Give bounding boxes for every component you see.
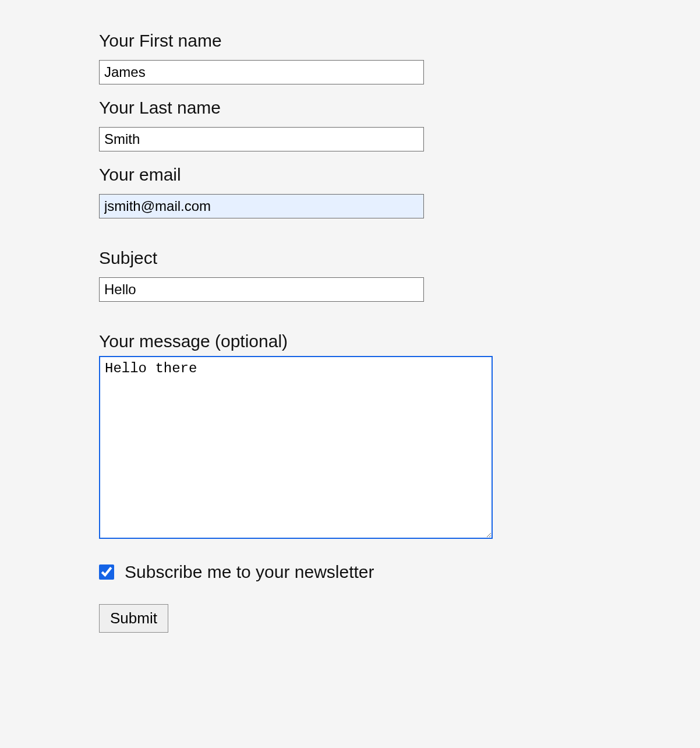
subscribe-checkbox[interactable]	[99, 564, 114, 580]
email-input[interactable]	[99, 194, 424, 218]
message-label: Your message (optional)	[99, 330, 524, 352]
last-name-label: Your Last name	[99, 96, 524, 119]
subject-input[interactable]	[99, 277, 424, 302]
submit-button[interactable]: Submit	[99, 604, 168, 633]
contact-form: Your First name Your Last name Your emai…	[0, 0, 524, 633]
subscribe-row: Subscribe me to your newsletter	[99, 562, 524, 582]
email-label: Your email	[99, 163, 524, 186]
first-name-input[interactable]	[99, 60, 424, 84]
last-name-input[interactable]	[99, 127, 424, 151]
message-textarea[interactable]: Hello there	[99, 356, 493, 539]
subject-label: Subject	[99, 246, 524, 269]
first-name-label: Your First name	[99, 29, 524, 52]
subscribe-label: Subscribe me to your newsletter	[125, 562, 374, 582]
